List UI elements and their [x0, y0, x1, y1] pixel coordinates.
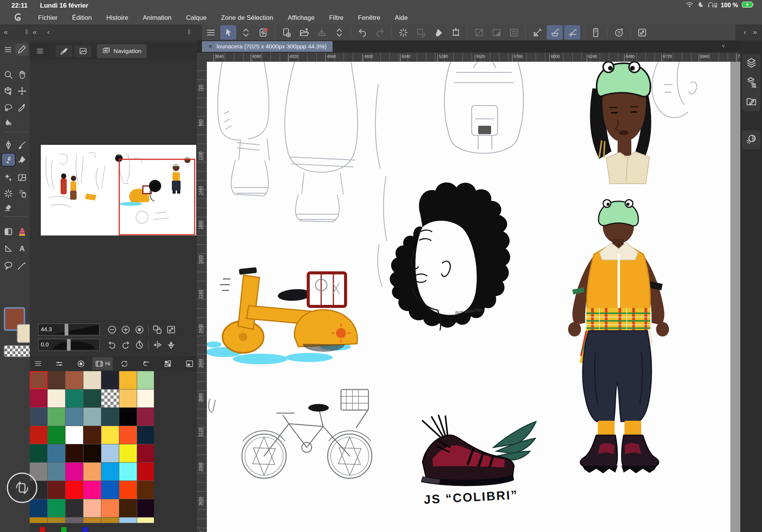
line-snap-button[interactable] — [564, 25, 580, 40]
palette-swatch[interactable] — [48, 481, 65, 499]
layer-folder-edit-icon[interactable] — [746, 95, 757, 108]
palette-swatch[interactable] — [119, 444, 137, 462]
palette-swatch[interactable] — [66, 389, 83, 407]
palette-swatch[interactable] — [119, 371, 137, 389]
palette-swatch[interactable] — [83, 463, 101, 481]
palette-swatch[interactable] — [137, 444, 154, 462]
menu-item-histoire[interactable]: Histoire — [106, 13, 128, 23]
panel-tab-return[interactable] — [136, 357, 156, 370]
palette-swatch[interactable] — [66, 408, 83, 426]
back-icon[interactable]: ‹ — [47, 28, 50, 35]
panel-tab-tool-property[interactable] — [49, 357, 69, 370]
panel-tab-record[interactable] — [70, 357, 91, 370]
palette-swatch[interactable] — [137, 408, 154, 426]
menu-item-filtre[interactable]: Filtre — [329, 13, 344, 23]
move-tool-button[interactable] — [16, 85, 29, 97]
palette-swatch[interactable] — [137, 499, 154, 517]
layers-icon[interactable] — [746, 57, 757, 70]
gesture-select-button[interactable] — [220, 25, 236, 40]
palette-swatch[interactable] — [119, 408, 137, 426]
palette-swatch[interactable] — [30, 499, 47, 517]
palette-swatch-partial[interactable] — [83, 518, 101, 523]
toolbar-drag-handle[interactable]: ‖ — [187, 28, 190, 35]
palette-swatch[interactable] — [48, 371, 65, 389]
menu-item-aide[interactable]: Aide — [395, 13, 408, 23]
panel-tab-timeline[interactable]: Hi — [92, 357, 113, 370]
redo-button[interactable] — [372, 25, 388, 40]
flip-canvas-view-button[interactable] — [150, 324, 164, 336]
palette-swatch[interactable] — [101, 408, 119, 426]
palette-swatch-partial[interactable] — [119, 518, 137, 523]
image-view-tab-icon[interactable] — [75, 45, 91, 57]
reset-rotation-button[interactable] — [133, 339, 146, 351]
palette-swatch[interactable] — [66, 444, 83, 462]
brush-tool-button[interactable] — [16, 139, 29, 151]
figure-tool-button[interactable] — [2, 242, 15, 255]
palette-swatch[interactable] — [66, 499, 83, 517]
collapse-right-icon[interactable]: ‹ — [744, 28, 746, 35]
canvas-artwork[interactable]: aux attaches — [207, 62, 740, 532]
expand-right-panel-icon[interactable]: » — [753, 28, 757, 35]
palette-swatch[interactable] — [137, 389, 154, 407]
undo-button[interactable] — [354, 25, 370, 40]
palette-swatch[interactable] — [30, 371, 47, 389]
menu-item-zone-de-se-lection[interactable]: Zone de Sélection — [221, 13, 273, 23]
airbrush-tool-button[interactable] — [16, 187, 29, 200]
transform-spinner-button[interactable] — [395, 25, 411, 40]
palette-swatch-partial[interactable] — [101, 518, 119, 523]
layer-property-icon[interactable] — [746, 76, 757, 89]
zoom-in-button[interactable] — [119, 324, 133, 336]
device-panel-button[interactable] — [588, 25, 604, 40]
fit-view-button[interactable] — [133, 324, 146, 336]
pan-hand-button[interactable] — [16, 69, 29, 81]
save-file-button[interactable] — [314, 25, 330, 40]
fill-area-button[interactable] — [430, 25, 446, 40]
wand-tool-button[interactable] — [2, 187, 15, 200]
palette-swatch[interactable] — [119, 463, 137, 481]
subtool-tab-icon[interactable] — [56, 45, 72, 57]
new-canvas-button[interactable] — [279, 25, 295, 40]
blend-tool-button[interactable] — [2, 117, 15, 129]
panel-tab-sync[interactable] — [114, 357, 134, 370]
palette-swatch[interactable] — [83, 499, 101, 517]
menu-item-animation[interactable]: Animation — [143, 13, 172, 23]
chevron-down-icon[interactable]: ˅ — [722, 43, 725, 49]
close-tab-icon[interactable]: ✕ — [208, 43, 213, 50]
panel-drag-handle[interactable]: ‖ — [25, 28, 28, 35]
menu-item-affichage[interactable]: Affichage — [288, 13, 315, 23]
fill-tool-button[interactable] — [16, 154, 29, 166]
palette-swatch[interactable] — [83, 408, 101, 426]
rotate-right-button[interactable] — [119, 339, 133, 351]
chevron-updown-button[interactable] — [331, 25, 347, 40]
palette-swatch[interactable] — [66, 481, 83, 499]
palette-swatch[interactable] — [48, 463, 65, 481]
zoom-slider[interactable]: 44.3 — [38, 324, 100, 336]
palette-swatch[interactable] — [48, 499, 65, 517]
palette-swatch[interactable] — [101, 371, 119, 389]
gradient-tool-button[interactable] — [2, 226, 15, 238]
tool-tab-pen-icon[interactable] — [15, 43, 28, 56]
select-frame-button[interactable] — [506, 25, 522, 40]
canvas-viewport[interactable]: aux attaches — [207, 62, 740, 532]
clip-studio-news-button[interactable] — [255, 25, 271, 40]
text-tool-button[interactable]: A — [16, 242, 29, 255]
open-file-button[interactable] — [296, 25, 312, 40]
palette-swatch[interactable] — [66, 426, 83, 444]
palette-swatch[interactable] — [101, 389, 119, 407]
tab-navigation[interactable]: Navigation — [97, 44, 147, 58]
flip-vertical-button[interactable] — [164, 339, 178, 351]
palette-swatch[interactable] — [83, 444, 101, 462]
palette-swatch[interactable] — [101, 481, 119, 499]
rotate-display-button[interactable] — [7, 473, 37, 503]
rotation-slider[interactable]: 0.0 — [38, 339, 100, 351]
eyedropper-button[interactable] — [16, 102, 29, 114]
navigator-preview[interactable] — [41, 145, 196, 236]
rgb-indicator-swatch[interactable] — [39, 527, 46, 532]
document-tab[interactable]: ✕ lounacera (7025 x 4000px 300ppp 44.3%) — [202, 41, 333, 52]
hamburger-menu-button[interactable] — [203, 25, 219, 40]
fit-screen-button[interactable] — [164, 324, 178, 336]
palette-swatch[interactable] — [83, 389, 101, 407]
rgb-indicator-swatch[interactable] — [82, 527, 88, 532]
palette-swatch[interactable] — [137, 481, 154, 499]
menu-item-fichier[interactable]: Fichier — [38, 13, 58, 23]
